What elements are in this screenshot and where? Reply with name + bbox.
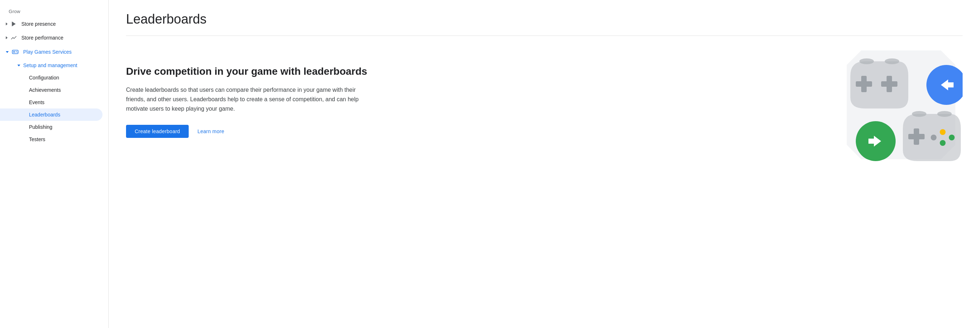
sidebar-item-label-testers: Testers xyxy=(29,136,45,142)
sidebar-item-play-games-services[interactable]: Play Games Services xyxy=(0,45,102,59)
chevron-right-icon xyxy=(6,22,8,26)
svg-point-21 xyxy=(912,111,926,117)
create-leaderboard-button[interactable]: Create leaderboard xyxy=(126,125,189,138)
svg-point-18 xyxy=(949,134,955,141)
sidebar-item-label-pgs: Play Games Services xyxy=(23,49,97,55)
svg-rect-15 xyxy=(908,134,924,139)
grow-section-label: Grow xyxy=(0,6,108,17)
svg-marker-0 xyxy=(12,21,16,27)
sidebar-item-events[interactable]: Events xyxy=(0,96,102,109)
svg-point-11 xyxy=(859,58,874,64)
content-section: Drive competition in your game with lead… xyxy=(126,65,963,138)
sidebar-item-testers[interactable]: Testers xyxy=(0,133,102,146)
chevron-down-icon-pgs xyxy=(6,51,9,53)
sidebar-item-store-presence[interactable]: Store presence xyxy=(0,17,102,31)
chevron-down-icon-setup xyxy=(18,65,20,66)
svg-point-6 xyxy=(17,52,18,53)
sidebar-item-configuration[interactable]: Configuration xyxy=(0,72,102,84)
content-text-block: Drive competition in your game with lead… xyxy=(126,65,372,138)
sidebar-item-label-store-performance: Store performance xyxy=(21,35,97,41)
svg-point-22 xyxy=(937,111,952,117)
divider xyxy=(126,35,963,36)
chevron-right-icon-performance xyxy=(6,36,8,39)
svg-point-12 xyxy=(885,58,899,64)
page-title: Leaderboards xyxy=(126,11,963,27)
svg-point-17 xyxy=(940,129,946,135)
svg-rect-10 xyxy=(886,76,892,92)
sidebar-item-label-store-presence: Store presence xyxy=(21,21,97,27)
sidebar: Grow Store presence Store performance xyxy=(0,0,109,328)
svg-rect-7 xyxy=(856,81,872,87)
sidebar-item-publishing[interactable]: Publishing xyxy=(0,121,102,133)
store-performance-icon xyxy=(11,34,17,41)
svg-point-5 xyxy=(16,51,17,52)
svg-point-14 xyxy=(856,121,896,161)
content-heading: Drive competition in your game with lead… xyxy=(126,65,372,78)
svg-rect-8 xyxy=(861,76,867,92)
sidebar-item-achievements[interactable]: Achievements xyxy=(0,84,102,96)
actions-row: Create leaderboard Learn more xyxy=(126,125,372,138)
svg-point-13 xyxy=(926,65,963,105)
learn-more-link[interactable]: Learn more xyxy=(197,128,224,134)
sidebar-item-setup-management[interactable]: Setup and management xyxy=(0,59,102,72)
store-presence-icon xyxy=(11,21,17,27)
main-content: Leaderboards Drive competition in your g… xyxy=(109,0,980,328)
sidebar-item-label-leaderboards: Leaderboards xyxy=(29,112,60,118)
sidebar-item-leaderboards[interactable]: Leaderboards xyxy=(0,109,102,121)
svg-rect-16 xyxy=(914,128,919,145)
svg-point-19 xyxy=(940,140,946,146)
sidebar-item-label-setup-management: Setup and management xyxy=(23,62,77,68)
sidebar-item-store-performance[interactable]: Store performance xyxy=(0,31,102,45)
sidebar-item-label-achievements: Achievements xyxy=(29,87,61,93)
sidebar-item-label-events: Events xyxy=(29,99,45,105)
svg-rect-9 xyxy=(881,81,897,87)
sidebar-item-label-configuration: Configuration xyxy=(29,75,59,80)
illustration xyxy=(840,43,963,174)
svg-point-20 xyxy=(931,134,937,141)
content-description: Create leaderboards so that users can co… xyxy=(126,85,372,113)
play-games-services-icon xyxy=(11,48,19,56)
sidebar-item-label-publishing: Publishing xyxy=(29,124,52,130)
